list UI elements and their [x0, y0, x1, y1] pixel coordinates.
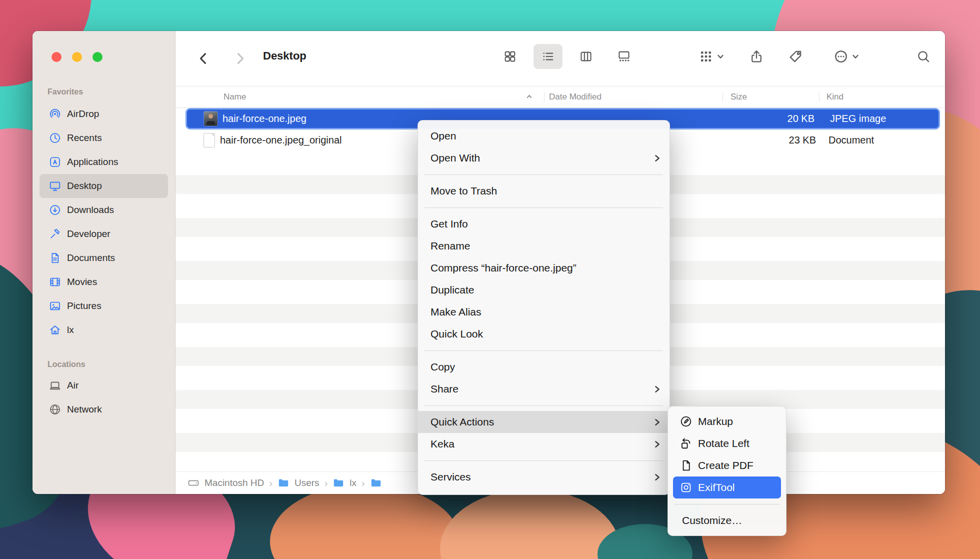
- sidebar-item-developer[interactable]: Developer: [40, 222, 168, 246]
- sidebar-item-pictures[interactable]: Pictures: [40, 294, 168, 318]
- group-by-icon: [698, 49, 714, 64]
- minimize-button[interactable]: [72, 52, 82, 62]
- menu-item-copy[interactable]: Copy: [418, 356, 670, 378]
- sidebar-item-label: Desktop: [67, 180, 102, 192]
- menu-item-rename[interactable]: Rename: [418, 235, 670, 257]
- ellipsis-circle-icon: [834, 49, 848, 64]
- sidebar-item-applications[interactable]: Applications: [40, 150, 168, 174]
- list-view-icon: [541, 50, 555, 64]
- sidebar-item-label: Recents: [67, 132, 102, 144]
- menu-item-quick-actions[interactable]: Quick Actions: [418, 411, 670, 433]
- column-header-kind[interactable]: Kind: [826, 86, 844, 108]
- menu-item-make-alias[interactable]: Make Alias: [418, 301, 670, 323]
- sidebar-item-home[interactable]: lx: [40, 318, 168, 342]
- path-segment[interactable]: Users: [294, 478, 320, 488]
- group-by-button[interactable]: [688, 44, 734, 69]
- sidebar-item-label: Downloads: [67, 204, 114, 216]
- forward-button[interactable]: [230, 48, 250, 70]
- gallery-view-icon: [617, 50, 631, 64]
- sidebar-section-favorites: Favorites AirDrop Recents Applications: [32, 87, 175, 342]
- view-switcher: [496, 44, 638, 69]
- sidebar-item-movies[interactable]: Movies: [40, 270, 168, 294]
- submenu-chevron-icon: [654, 154, 660, 162]
- search-button[interactable]: [910, 44, 936, 69]
- menu-item-quick-look[interactable]: Quick Look: [418, 323, 670, 345]
- markup-icon: [679, 414, 693, 428]
- submenu-item-rotate-left[interactable]: Rotate Left: [673, 432, 781, 454]
- column-headers: Name Date Modified Size Kind: [176, 86, 945, 108]
- column-divider[interactable]: [819, 92, 820, 102]
- tags-button[interactable]: [782, 44, 808, 69]
- menu-separator: [418, 345, 670, 356]
- sidebar-item-air[interactable]: Air: [40, 374, 168, 398]
- submenu-item-markup[interactable]: Markup: [673, 410, 781, 432]
- submenu-item-create-pdf[interactable]: Create PDF: [673, 454, 781, 476]
- menu-item-open[interactable]: Open: [418, 125, 670, 147]
- menu-item-services[interactable]: Services: [418, 466, 670, 488]
- column-divider[interactable]: [722, 92, 723, 102]
- sidebar-item-label: Movies: [67, 276, 97, 288]
- menu-item-open-with[interactable]: Open With: [418, 147, 670, 169]
- grid-view-icon: [503, 50, 517, 64]
- column-header-name[interactable]: Name: [224, 86, 246, 108]
- menu-item-duplicate[interactable]: Duplicate: [418, 279, 670, 301]
- sidebar-item-label: Network: [67, 404, 102, 415]
- more-actions-button[interactable]: [824, 44, 870, 69]
- path-segment[interactable]: Macintosh HD: [204, 478, 264, 488]
- sidebar-item-recents[interactable]: Recents: [40, 126, 168, 150]
- toolbar: Desktop: [176, 31, 945, 86]
- list-view-button[interactable]: [534, 44, 562, 69]
- folder-icon: [370, 477, 382, 489]
- column-header-size[interactable]: Size: [730, 86, 747, 108]
- gallery-view-button[interactable]: [610, 44, 638, 69]
- path-segment[interactable]: lx: [350, 478, 356, 488]
- clock-icon: [48, 131, 62, 145]
- column-view-button[interactable]: [572, 44, 600, 69]
- file-name: hair-force-one.jpeg_original: [220, 134, 342, 146]
- chevron-down-icon: [716, 52, 724, 60]
- file-kind: JPEG image: [830, 113, 886, 124]
- window-title: Desktop: [263, 50, 306, 62]
- file-size: 23 KB: [789, 134, 816, 146]
- menu-item-keka[interactable]: Keka: [418, 433, 670, 455]
- desktop-icon: [48, 179, 62, 193]
- menu-item-move-to-trash[interactable]: Move to Trash: [418, 180, 670, 202]
- hammer-icon: [48, 227, 62, 241]
- menu-separator: [418, 202, 670, 213]
- tag-icon: [788, 49, 803, 64]
- sidebar: Favorites AirDrop Recents Applications: [32, 31, 176, 494]
- sidebar-item-downloads[interactable]: Downloads: [40, 198, 168, 222]
- menu-item-get-info[interactable]: Get Info: [418, 213, 670, 235]
- sidebar-item-network[interactable]: Network: [40, 398, 168, 422]
- globe-icon: [48, 402, 62, 416]
- hard-drive-icon: [188, 477, 200, 489]
- submenu-chevron-icon: [654, 473, 660, 482]
- jpeg-thumbnail-icon: [204, 112, 218, 126]
- path-separator-icon: ›: [269, 478, 272, 489]
- sidebar-item-airdrop[interactable]: AirDrop: [40, 102, 168, 126]
- share-button[interactable]: [744, 44, 770, 69]
- column-header-date-modified[interactable]: Date Modified: [549, 86, 602, 108]
- back-button[interactable]: [194, 48, 214, 70]
- menu-item-compress[interactable]: Compress “hair-force-one.jpeg”: [418, 257, 670, 279]
- menu-item-share[interactable]: Share: [418, 378, 670, 400]
- icon-view-button[interactable]: [496, 44, 524, 69]
- downloads-icon: [48, 203, 62, 217]
- traffic-lights: [52, 52, 102, 62]
- quick-actions-submenu: Markup Rotate Left Create PDF ExifTool C…: [668, 406, 786, 536]
- close-button[interactable]: [52, 52, 62, 62]
- menu-separator: [418, 455, 670, 466]
- sidebar-item-documents[interactable]: Documents: [40, 246, 168, 270]
- submenu-chevron-icon: [654, 385, 660, 394]
- column-divider[interactable]: [544, 92, 544, 102]
- context-menu: Open Open With Move to Trash Get Info Re…: [418, 120, 670, 495]
- laptop-icon: [48, 378, 62, 392]
- folder-icon: [332, 477, 344, 489]
- film-icon: [48, 275, 62, 289]
- file-name: hair-force-one.jpeg: [222, 113, 306, 124]
- submenu-item-exiftool[interactable]: ExifTool: [673, 476, 781, 498]
- zoom-button[interactable]: [92, 52, 102, 62]
- sidebar-item-label: AirDrop: [67, 108, 99, 120]
- sidebar-item-desktop[interactable]: Desktop: [40, 174, 168, 198]
- submenu-item-customize[interactable]: Customize…: [673, 510, 781, 532]
